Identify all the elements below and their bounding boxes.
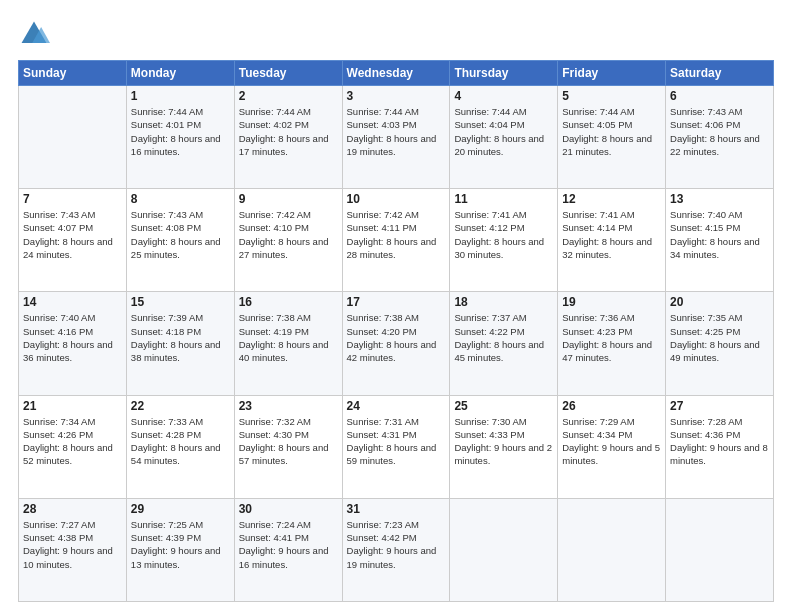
- day-number: 2: [239, 89, 338, 103]
- day-info: Sunrise: 7:36 AMSunset: 4:23 PMDaylight:…: [562, 311, 661, 364]
- day-info: Sunrise: 7:38 AMSunset: 4:20 PMDaylight:…: [347, 311, 446, 364]
- weekday-header: Tuesday: [234, 61, 342, 86]
- calendar-cell: 9Sunrise: 7:42 AMSunset: 4:10 PMDaylight…: [234, 189, 342, 292]
- day-info: Sunrise: 7:42 AMSunset: 4:11 PMDaylight:…: [347, 208, 446, 261]
- day-info: Sunrise: 7:44 AMSunset: 4:05 PMDaylight:…: [562, 105, 661, 158]
- calendar-cell: 15Sunrise: 7:39 AMSunset: 4:18 PMDayligh…: [126, 292, 234, 395]
- day-number: 28: [23, 502, 122, 516]
- calendar-cell: [450, 498, 558, 601]
- calendar-cell: 3Sunrise: 7:44 AMSunset: 4:03 PMDaylight…: [342, 86, 450, 189]
- day-number: 12: [562, 192, 661, 206]
- day-number: 17: [347, 295, 446, 309]
- day-number: 26: [562, 399, 661, 413]
- day-number: 23: [239, 399, 338, 413]
- calendar-cell: 7Sunrise: 7:43 AMSunset: 4:07 PMDaylight…: [19, 189, 127, 292]
- day-number: 16: [239, 295, 338, 309]
- logo: [18, 18, 54, 50]
- weekday-header: Friday: [558, 61, 666, 86]
- day-number: 27: [670, 399, 769, 413]
- day-number: 13: [670, 192, 769, 206]
- calendar-cell: 20Sunrise: 7:35 AMSunset: 4:25 PMDayligh…: [666, 292, 774, 395]
- day-number: 25: [454, 399, 553, 413]
- day-number: 22: [131, 399, 230, 413]
- calendar-cell: 25Sunrise: 7:30 AMSunset: 4:33 PMDayligh…: [450, 395, 558, 498]
- calendar-cell: 24Sunrise: 7:31 AMSunset: 4:31 PMDayligh…: [342, 395, 450, 498]
- calendar-cell: 19Sunrise: 7:36 AMSunset: 4:23 PMDayligh…: [558, 292, 666, 395]
- calendar-cell: 16Sunrise: 7:38 AMSunset: 4:19 PMDayligh…: [234, 292, 342, 395]
- day-info: Sunrise: 7:44 AMSunset: 4:02 PMDaylight:…: [239, 105, 338, 158]
- calendar-week-row: 7Sunrise: 7:43 AMSunset: 4:07 PMDaylight…: [19, 189, 774, 292]
- day-number: 5: [562, 89, 661, 103]
- calendar-cell: 5Sunrise: 7:44 AMSunset: 4:05 PMDaylight…: [558, 86, 666, 189]
- weekday-header-row: SundayMondayTuesdayWednesdayThursdayFrid…: [19, 61, 774, 86]
- weekday-header: Saturday: [666, 61, 774, 86]
- calendar-cell: [666, 498, 774, 601]
- calendar-cell: 26Sunrise: 7:29 AMSunset: 4:34 PMDayligh…: [558, 395, 666, 498]
- calendar-cell: 8Sunrise: 7:43 AMSunset: 4:08 PMDaylight…: [126, 189, 234, 292]
- day-number: 24: [347, 399, 446, 413]
- calendar-table: SundayMondayTuesdayWednesdayThursdayFrid…: [18, 60, 774, 602]
- day-number: 8: [131, 192, 230, 206]
- calendar-cell: 4Sunrise: 7:44 AMSunset: 4:04 PMDaylight…: [450, 86, 558, 189]
- day-info: Sunrise: 7:27 AMSunset: 4:38 PMDaylight:…: [23, 518, 122, 571]
- day-info: Sunrise: 7:40 AMSunset: 4:15 PMDaylight:…: [670, 208, 769, 261]
- calendar-cell: 31Sunrise: 7:23 AMSunset: 4:42 PMDayligh…: [342, 498, 450, 601]
- calendar-cell: 12Sunrise: 7:41 AMSunset: 4:14 PMDayligh…: [558, 189, 666, 292]
- logo-icon: [18, 18, 50, 50]
- day-number: 6: [670, 89, 769, 103]
- page: SundayMondayTuesdayWednesdayThursdayFrid…: [0, 0, 792, 612]
- calendar-week-row: 14Sunrise: 7:40 AMSunset: 4:16 PMDayligh…: [19, 292, 774, 395]
- day-number: 1: [131, 89, 230, 103]
- day-info: Sunrise: 7:25 AMSunset: 4:39 PMDaylight:…: [131, 518, 230, 571]
- day-info: Sunrise: 7:32 AMSunset: 4:30 PMDaylight:…: [239, 415, 338, 468]
- calendar-cell: 14Sunrise: 7:40 AMSunset: 4:16 PMDayligh…: [19, 292, 127, 395]
- day-info: Sunrise: 7:33 AMSunset: 4:28 PMDaylight:…: [131, 415, 230, 468]
- calendar-cell: 2Sunrise: 7:44 AMSunset: 4:02 PMDaylight…: [234, 86, 342, 189]
- day-number: 18: [454, 295, 553, 309]
- day-number: 29: [131, 502, 230, 516]
- day-info: Sunrise: 7:39 AMSunset: 4:18 PMDaylight:…: [131, 311, 230, 364]
- day-info: Sunrise: 7:24 AMSunset: 4:41 PMDaylight:…: [239, 518, 338, 571]
- weekday-header: Monday: [126, 61, 234, 86]
- day-info: Sunrise: 7:37 AMSunset: 4:22 PMDaylight:…: [454, 311, 553, 364]
- day-info: Sunrise: 7:28 AMSunset: 4:36 PMDaylight:…: [670, 415, 769, 468]
- calendar-cell: 6Sunrise: 7:43 AMSunset: 4:06 PMDaylight…: [666, 86, 774, 189]
- day-info: Sunrise: 7:38 AMSunset: 4:19 PMDaylight:…: [239, 311, 338, 364]
- day-info: Sunrise: 7:34 AMSunset: 4:26 PMDaylight:…: [23, 415, 122, 468]
- day-info: Sunrise: 7:43 AMSunset: 4:08 PMDaylight:…: [131, 208, 230, 261]
- day-number: 9: [239, 192, 338, 206]
- day-number: 21: [23, 399, 122, 413]
- day-number: 11: [454, 192, 553, 206]
- calendar-cell: [19, 86, 127, 189]
- day-info: Sunrise: 7:29 AMSunset: 4:34 PMDaylight:…: [562, 415, 661, 468]
- calendar-cell: 29Sunrise: 7:25 AMSunset: 4:39 PMDayligh…: [126, 498, 234, 601]
- calendar-cell: [558, 498, 666, 601]
- calendar-cell: 27Sunrise: 7:28 AMSunset: 4:36 PMDayligh…: [666, 395, 774, 498]
- day-number: 3: [347, 89, 446, 103]
- day-info: Sunrise: 7:44 AMSunset: 4:01 PMDaylight:…: [131, 105, 230, 158]
- weekday-header: Thursday: [450, 61, 558, 86]
- calendar-week-row: 28Sunrise: 7:27 AMSunset: 4:38 PMDayligh…: [19, 498, 774, 601]
- calendar-cell: 23Sunrise: 7:32 AMSunset: 4:30 PMDayligh…: [234, 395, 342, 498]
- calendar-cell: 11Sunrise: 7:41 AMSunset: 4:12 PMDayligh…: [450, 189, 558, 292]
- calendar-cell: 18Sunrise: 7:37 AMSunset: 4:22 PMDayligh…: [450, 292, 558, 395]
- day-number: 10: [347, 192, 446, 206]
- calendar-cell: 13Sunrise: 7:40 AMSunset: 4:15 PMDayligh…: [666, 189, 774, 292]
- day-info: Sunrise: 7:23 AMSunset: 4:42 PMDaylight:…: [347, 518, 446, 571]
- calendar-cell: 30Sunrise: 7:24 AMSunset: 4:41 PMDayligh…: [234, 498, 342, 601]
- day-number: 7: [23, 192, 122, 206]
- header: [18, 18, 774, 50]
- weekday-header: Wednesday: [342, 61, 450, 86]
- calendar-cell: 1Sunrise: 7:44 AMSunset: 4:01 PMDaylight…: [126, 86, 234, 189]
- calendar-cell: 22Sunrise: 7:33 AMSunset: 4:28 PMDayligh…: [126, 395, 234, 498]
- day-number: 4: [454, 89, 553, 103]
- calendar-cell: 17Sunrise: 7:38 AMSunset: 4:20 PMDayligh…: [342, 292, 450, 395]
- calendar-cell: 28Sunrise: 7:27 AMSunset: 4:38 PMDayligh…: [19, 498, 127, 601]
- day-info: Sunrise: 7:30 AMSunset: 4:33 PMDaylight:…: [454, 415, 553, 468]
- day-number: 30: [239, 502, 338, 516]
- calendar-week-row: 1Sunrise: 7:44 AMSunset: 4:01 PMDaylight…: [19, 86, 774, 189]
- calendar-cell: 21Sunrise: 7:34 AMSunset: 4:26 PMDayligh…: [19, 395, 127, 498]
- day-info: Sunrise: 7:40 AMSunset: 4:16 PMDaylight:…: [23, 311, 122, 364]
- day-info: Sunrise: 7:44 AMSunset: 4:04 PMDaylight:…: [454, 105, 553, 158]
- day-number: 14: [23, 295, 122, 309]
